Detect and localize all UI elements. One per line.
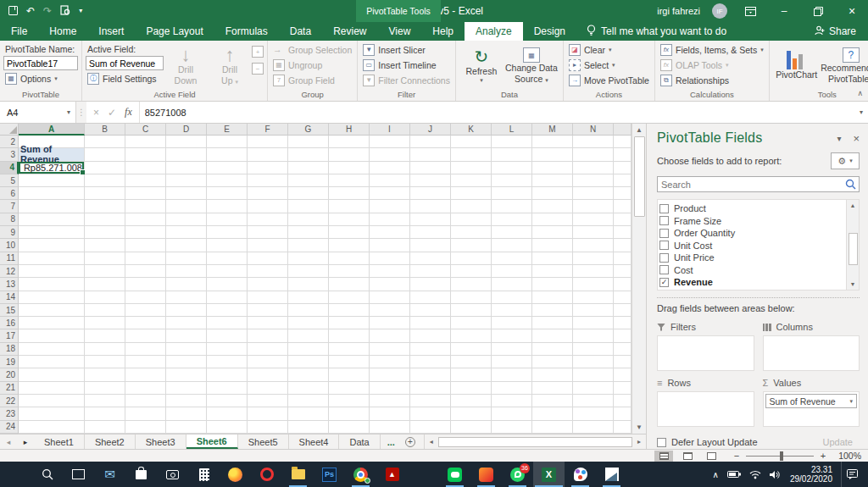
cell-J7[interactable]	[410, 200, 451, 213]
cell-J2[interactable]	[410, 136, 451, 148]
cell-K6[interactable]	[451, 187, 492, 200]
cell-E10[interactable]	[207, 239, 248, 252]
cell-L21[interactable]	[492, 382, 532, 395]
cell-D6[interactable]	[166, 187, 207, 200]
horizontal-scroll-thumb[interactable]	[438, 437, 632, 447]
field-item-product[interactable]: Product	[659, 202, 846, 215]
clear-button[interactable]: ◪Clear▾	[567, 42, 651, 57]
cell-C15[interactable]	[125, 304, 166, 317]
cell-H14[interactable]	[329, 291, 370, 304]
scroll-right-icon[interactable]: ▸	[632, 438, 646, 445]
customize-qat-icon[interactable]: ▾	[79, 8, 82, 14]
cell-D16[interactable]	[166, 317, 207, 329]
cell-I23[interactable]	[370, 407, 410, 420]
cell-K16[interactable]	[451, 317, 492, 329]
cell-N16[interactable]	[573, 317, 614, 329]
field-item-frame-size[interactable]: Frame Size	[659, 215, 846, 228]
cell-M20[interactable]	[532, 368, 573, 381]
cell-N5[interactable]	[573, 174, 614, 187]
cell-N24[interactable]	[573, 421, 614, 434]
cell-F8[interactable]	[248, 213, 288, 226]
cell-G4[interactable]	[288, 162, 329, 174]
row-header-5[interactable]: 5	[0, 174, 19, 187]
taskbar-acrobat-icon[interactable]: ▲	[376, 462, 408, 487]
name-box[interactable]: A4 ▾	[0, 102, 76, 123]
columns-area[interactable]: Columns	[763, 320, 860, 371]
cell-E6[interactable]	[207, 187, 248, 200]
cell-E23[interactable]	[207, 407, 248, 420]
cell-D5[interactable]	[166, 174, 207, 187]
cell-J14[interactable]	[410, 291, 451, 304]
cell-L13[interactable]	[492, 278, 532, 291]
cell-C20[interactable]	[125, 368, 166, 381]
cell-K4[interactable]	[451, 162, 492, 174]
cell-C11[interactable]	[125, 252, 166, 265]
move-pivottable-button[interactable]: →Move PivotTable	[567, 73, 651, 87]
cell-E22[interactable]	[207, 395, 248, 407]
cell-M22[interactable]	[532, 395, 573, 407]
cell-F20[interactable]	[248, 368, 288, 381]
cell-D20[interactable]	[166, 368, 207, 381]
cell-partial-19[interactable]	[614, 356, 632, 368]
cell-J9[interactable]	[410, 226, 451, 239]
cell-D2[interactable]	[166, 136, 207, 148]
cell-H16[interactable]	[329, 317, 370, 329]
cell-I15[interactable]	[370, 304, 410, 317]
cell-I8[interactable]	[370, 213, 410, 226]
field-item-unit-cost[interactable]: Unit Cost	[659, 240, 846, 252]
insert-slicer-button[interactable]: ▼Insert Slicer	[361, 42, 452, 57]
column-header-N[interactable]: N	[573, 124, 614, 136]
cell-K23[interactable]	[451, 407, 492, 420]
cell-G3[interactable]	[288, 148, 329, 161]
action-center-icon[interactable]	[841, 462, 863, 487]
taskbar-search-icon[interactable]	[31, 462, 63, 487]
taskbar-mail-icon[interactable]: ✉	[94, 462, 125, 487]
cell-J21[interactable]	[410, 382, 451, 395]
cell-A17[interactable]	[19, 329, 85, 342]
cell-D24[interactable]	[166, 421, 207, 434]
cell-A23[interactable]	[19, 407, 85, 420]
cell-E18[interactable]	[207, 343, 248, 356]
cell-N14[interactable]	[573, 291, 614, 304]
cell-B6[interactable]	[85, 187, 125, 200]
cell-G11[interactable]	[288, 252, 329, 265]
cell-B23[interactable]	[85, 407, 125, 420]
column-header-I[interactable]: I	[370, 124, 410, 136]
cell-D4[interactable]	[166, 162, 207, 174]
cell-E14[interactable]	[207, 291, 248, 304]
field-checkbox-revenue[interactable]: ✓	[659, 278, 669, 287]
cell-L22[interactable]	[492, 395, 532, 407]
cell-K10[interactable]	[451, 239, 492, 252]
cell-J5[interactable]	[410, 174, 451, 187]
field-checkbox-cost[interactable]	[659, 265, 669, 274]
cell-M12[interactable]	[532, 265, 573, 278]
tab-file[interactable]: File	[0, 22, 38, 41]
sheet-tab-data[interactable]: Data	[339, 434, 380, 449]
cell-B24[interactable]	[85, 421, 125, 434]
cell-A20[interactable]	[19, 368, 85, 381]
cell-A9[interactable]	[19, 226, 85, 239]
cell-C3[interactable]	[125, 148, 166, 161]
cell-F14[interactable]	[248, 291, 288, 304]
zoom-slider[interactable]	[746, 456, 814, 457]
cell-N19[interactable]	[573, 356, 614, 368]
tab-view[interactable]: View	[378, 22, 422, 41]
cell-C10[interactable]	[125, 239, 166, 252]
cell-partial-4[interactable]	[614, 162, 632, 174]
cell-C19[interactable]	[125, 356, 166, 368]
sheet-tab-sheet2[interactable]: Sheet2	[85, 434, 136, 449]
cell-L4[interactable]	[492, 162, 532, 174]
cell-N2[interactable]	[573, 136, 614, 148]
spreadsheet-grid[interactable]: ABCDEFGHIJKLMN23Sum of Revenue4Rp85.271.…	[0, 124, 632, 434]
cell-G5[interactable]	[288, 174, 329, 187]
group-field-button[interactable]: 7Group Field	[271, 73, 353, 87]
cell-K9[interactable]	[451, 226, 492, 239]
row-header-13[interactable]: 13	[0, 278, 19, 291]
cell-B2[interactable]	[85, 136, 125, 148]
cell-G19[interactable]	[288, 356, 329, 368]
cell-E9[interactable]	[207, 226, 248, 239]
cell-A8[interactable]	[19, 213, 85, 226]
field-checkbox-frame-size[interactable]	[659, 216, 669, 225]
tools-gear-button[interactable]: ⚙▾	[831, 152, 860, 169]
cell-C7[interactable]	[125, 200, 166, 213]
